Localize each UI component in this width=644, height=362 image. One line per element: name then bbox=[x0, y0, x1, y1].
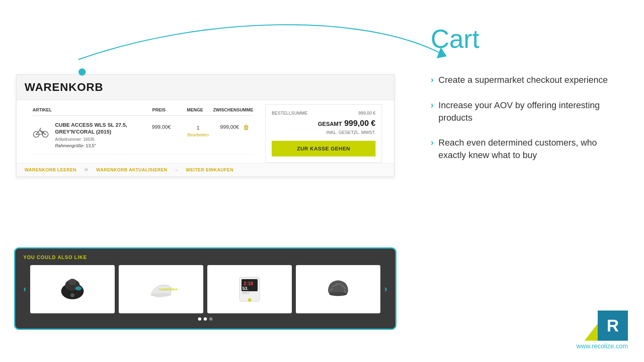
cart-table: ARTIKEL PREIS MENGE ZWISCHENSUMME bbox=[25, 100, 261, 163]
chevron-icon-1: › bbox=[431, 75, 433, 85]
reco-items: CANNONDALE 2:18 53. 68'42" c bbox=[30, 265, 380, 313]
reco-dots bbox=[23, 317, 387, 321]
delete-icon[interactable]: 🗑 bbox=[243, 124, 250, 131]
gesamt-value: 999,00 € bbox=[344, 119, 376, 128]
recommendation-widget: YOU COULD ALSO LIKE ‹ bbox=[14, 247, 396, 330]
reco-item-helmet[interactable] bbox=[296, 265, 380, 313]
logo-letter: R bbox=[607, 316, 619, 335]
cart-header: WARENKORB bbox=[17, 75, 394, 100]
connector-dot bbox=[78, 68, 86, 76]
reco-prev-arrow[interactable]: ‹ bbox=[23, 284, 26, 294]
cart-table-header: ARTIKEL PREIS MENGE ZWISCHENSUMME bbox=[33, 104, 253, 116]
svg-text:53.: 53. bbox=[242, 286, 248, 291]
zur-kasse-button[interactable]: ZUR KASSE GEHEN bbox=[272, 141, 376, 156]
bullet-item-2: › Increase your AOV by offering interest… bbox=[431, 99, 624, 124]
page-title: Cart bbox=[431, 24, 624, 54]
logo-container: R bbox=[584, 311, 628, 341]
bullet-text-2: Increase your AOV by offering interestin… bbox=[438, 99, 624, 124]
cart-row: CUBE ACCESS WLS SL 27.5, GREY'N'CORAL (2… bbox=[33, 116, 253, 154]
svg-text:2:18: 2:18 bbox=[244, 281, 253, 286]
right-panel: Cart › Create a supermarket checkout exp… bbox=[411, 0, 644, 362]
bullet-text-3: Reach even determined customers, who exa… bbox=[438, 137, 624, 162]
reco-title: YOU COULD ALSO LIKE bbox=[23, 255, 387, 260]
product-quantity: 1 bbox=[196, 125, 199, 131]
bullet-list: › Create a supermarket checkout experien… bbox=[431, 74, 624, 162]
col-header-zwischen: ZWISCHENSUMME bbox=[213, 107, 253, 112]
logo-triangle bbox=[584, 323, 599, 341]
rahmengröße-label: Rahmengröße: bbox=[55, 143, 85, 148]
logo-square: R bbox=[598, 311, 628, 341]
helmet-product-img bbox=[322, 273, 354, 305]
artikelnummer-label: Artikelnummer: bbox=[55, 137, 82, 142]
chevron-icon-3: › bbox=[431, 138, 433, 148]
reco-item-computer[interactable]: 2:18 53. 68'42" c bbox=[207, 265, 292, 313]
bullet-text-1: Create a supermarket checkout experience bbox=[438, 74, 608, 86]
svg-point-25 bbox=[329, 292, 347, 296]
cart-actions: WARENKORB LEEREN ⟳ WARENKORB AKTUALISIER… bbox=[17, 163, 394, 177]
cart-mockup: WARENKORB ARTIKEL PREIS MENGE ZWISCHENSU… bbox=[16, 74, 394, 177]
col-header-preis: PREIS bbox=[141, 107, 177, 112]
reco-dot-1[interactable] bbox=[198, 317, 201, 321]
product-name: CUBE ACCESS WLS SL 27.5, GREY'N'CORAL (2… bbox=[55, 122, 143, 136]
chevron-icon-2: › bbox=[431, 100, 433, 111]
left-panel: WARENKORB ARTIKEL PREIS MENGE ZWISCHENSU… bbox=[8, 16, 402, 346]
bestellsumme-row: BESTELLSUMME 999,00 € bbox=[272, 111, 376, 115]
reco-item-shoe[interactable]: CANNONDALE bbox=[119, 265, 203, 313]
reco-dot-3[interactable] bbox=[209, 317, 213, 321]
artikelnummer-value: 16636 bbox=[83, 137, 95, 142]
bullet-item-1: › Create a supermarket checkout experien… bbox=[431, 74, 624, 86]
product-subtotal: 999,00€ bbox=[220, 124, 239, 130]
gesamt-label: GESAMT bbox=[318, 121, 342, 127]
bestellsumme-label: BESTELLSUMME bbox=[272, 111, 308, 115]
action-sep2: – bbox=[175, 167, 178, 173]
reco-next-arrow[interactable]: › bbox=[384, 284, 387, 294]
logo-area: R www.recolize.com bbox=[576, 311, 628, 350]
shoe-product-img: CANNONDALE bbox=[145, 273, 177, 305]
product-info: CUBE ACCESS WLS SL 27.5, GREY'N'CORAL (2… bbox=[55, 122, 143, 148]
rahmengröße-value: 13,5" bbox=[86, 143, 96, 148]
col-header-artikel: ARTIKEL bbox=[33, 107, 141, 112]
svg-text:68'42": 68'42" bbox=[242, 292, 250, 294]
logo-url[interactable]: www.recolize.com bbox=[576, 343, 628, 350]
cart-heading: WARENKORB bbox=[25, 81, 386, 94]
bell-product-img bbox=[56, 273, 89, 305]
svg-text:CANNONDALE: CANNONDALE bbox=[159, 288, 177, 291]
inkl-label: INKL. GESETZL. MWST. bbox=[272, 130, 376, 135]
bestellsumme-value: 999,00 € bbox=[358, 111, 376, 115]
reco-products: ‹ CANNONDA bbox=[23, 265, 387, 313]
product-quantity-col: 1 Bearbeiten bbox=[180, 122, 216, 137]
svg-point-15 bbox=[70, 293, 74, 297]
action-sep: ⟳ bbox=[85, 167, 88, 173]
svg-point-14 bbox=[68, 279, 76, 285]
product-price: 999,00€ bbox=[143, 122, 180, 130]
col-header-menge: MENGE bbox=[177, 107, 213, 112]
bearbeiten-link[interactable]: Bearbeiten bbox=[180, 132, 216, 137]
gesamt-row: GESAMT 999,00 € bbox=[272, 119, 376, 128]
weiter-einkaufen-link[interactable]: WEITER EINKAUFEN bbox=[186, 167, 233, 173]
bike-icon bbox=[33, 122, 49, 142]
product-row-left: CUBE ACCESS WLS SL 27.5, GREY'N'CORAL (2… bbox=[33, 122, 143, 148]
product-subtotal-col: 999,00€ 🗑 bbox=[217, 122, 253, 131]
warenkorb-leeren-link[interactable]: WARENKORB LEEREN bbox=[25, 167, 76, 173]
bullet-item-3: › Reach even determined customers, who e… bbox=[431, 137, 624, 162]
svg-point-16 bbox=[75, 286, 82, 290]
reco-item-bell[interactable] bbox=[30, 265, 115, 313]
warenkorb-aktualisieren-link[interactable]: WARENKORB AKTUALISIEREN bbox=[96, 167, 167, 173]
cart-summary-box: BESTELLSUMME 999,00 € GESAMT 999,00 € IN… bbox=[265, 104, 382, 163]
computer-product-img: 2:18 53. 68'42" c bbox=[233, 273, 266, 305]
reco-dot-2[interactable] bbox=[204, 317, 207, 321]
product-meta: Artikelnummer: 16636 bbox=[55, 137, 143, 142]
product-size: Rahmengröße: 13,5" bbox=[55, 143, 143, 148]
